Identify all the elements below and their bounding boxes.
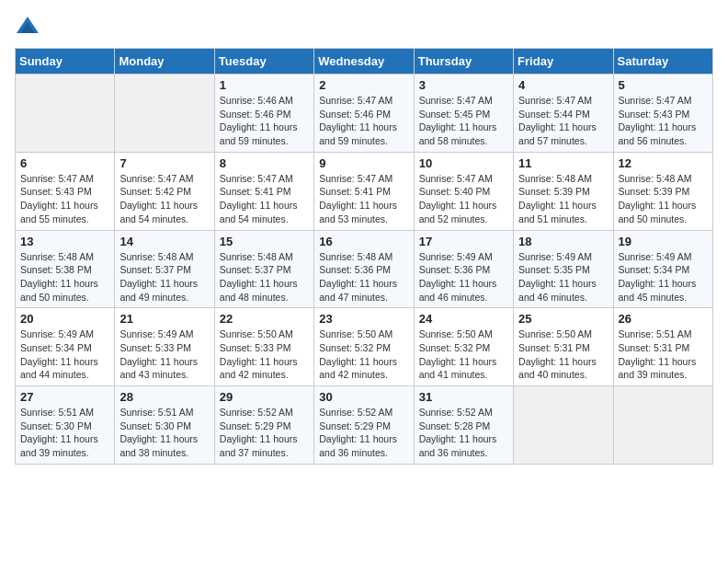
day-number: 7 [119,156,209,170]
calendar-cell: 19Sunrise: 5:49 AM Sunset: 5:34 PM Dayli… [613,230,712,308]
header-thursday: Thursday [414,49,513,75]
day-number: 6 [20,156,109,170]
day-info: Sunrise: 5:50 AM Sunset: 5:32 PM Dayligh… [419,327,508,382]
calendar-cell: 25Sunrise: 5:50 AM Sunset: 5:31 PM Dayli… [514,308,613,386]
calendar-cell: 17Sunrise: 5:49 AM Sunset: 5:36 PM Dayli… [414,230,513,308]
day-info: Sunrise: 5:47 AM Sunset: 5:46 PM Dayligh… [319,94,408,148]
calendar-cell: 6Sunrise: 5:47 AM Sunset: 5:43 PM Daylig… [16,152,115,230]
calendar-cell: 22Sunrise: 5:50 AM Sunset: 5:33 PM Dayli… [214,308,313,386]
day-number: 31 [419,390,508,404]
day-number: 3 [419,78,508,92]
day-number: 12 [619,156,708,170]
day-info: Sunrise: 5:50 AM Sunset: 5:31 PM Dayligh… [518,327,608,382]
day-info: Sunrise: 5:48 AM Sunset: 5:39 PM Dayligh… [619,172,708,226]
day-number: 30 [319,390,408,404]
day-number: 18 [518,235,608,248]
calendar-cell: 1Sunrise: 5:46 AM Sunset: 5:46 PM Daylig… [214,75,313,153]
day-info: Sunrise: 5:49 AM Sunset: 5:35 PM Dayligh… [518,250,608,304]
day-info: Sunrise: 5:47 AM Sunset: 5:40 PM Dayligh… [419,172,508,226]
day-number: 4 [518,78,608,92]
logo-icon [15,15,40,40]
calendar-cell [613,386,712,465]
day-info: Sunrise: 5:48 AM Sunset: 5:39 PM Dayligh… [518,172,608,226]
header-tuesday: Tuesday [214,49,313,75]
calendar-cell: 12Sunrise: 5:48 AM Sunset: 5:39 PM Dayli… [613,152,712,230]
day-info: Sunrise: 5:52 AM Sunset: 5:29 PM Dayligh… [319,406,408,460]
calendar-cell: 7Sunrise: 5:47 AM Sunset: 5:42 PM Daylig… [115,152,214,230]
calendar-cell: 9Sunrise: 5:47 AM Sunset: 5:41 PM Daylig… [314,152,414,230]
day-info: Sunrise: 5:48 AM Sunset: 5:37 PM Dayligh… [220,250,309,304]
day-number: 8 [220,156,309,170]
calendar-cell: 10Sunrise: 5:47 AM Sunset: 5:40 PM Dayli… [414,152,513,230]
day-info: Sunrise: 5:46 AM Sunset: 5:46 PM Dayligh… [220,94,309,148]
calendar-cell: 8Sunrise: 5:47 AM Sunset: 5:41 PM Daylig… [214,152,313,230]
day-info: Sunrise: 5:48 AM Sunset: 5:38 PM Dayligh… [20,250,109,304]
calendar-cell: 24Sunrise: 5:50 AM Sunset: 5:32 PM Dayli… [414,308,513,386]
calendar-cell: 26Sunrise: 5:51 AM Sunset: 5:31 PM Dayli… [613,308,712,386]
day-info: Sunrise: 5:47 AM Sunset: 5:41 PM Dayligh… [220,172,309,226]
calendar-cell: 30Sunrise: 5:52 AM Sunset: 5:29 PM Dayli… [314,386,414,465]
day-info: Sunrise: 5:47 AM Sunset: 5:41 PM Dayligh… [319,172,408,226]
day-info: Sunrise: 5:51 AM Sunset: 5:30 PM Dayligh… [20,406,109,460]
day-number: 14 [119,235,209,248]
calendar-cell: 29Sunrise: 5:52 AM Sunset: 5:29 PM Dayli… [214,386,313,465]
day-info: Sunrise: 5:47 AM Sunset: 5:43 PM Dayligh… [20,172,109,226]
day-info: Sunrise: 5:47 AM Sunset: 5:45 PM Dayligh… [419,94,508,148]
day-info: Sunrise: 5:47 AM Sunset: 5:44 PM Dayligh… [518,94,608,148]
logo [15,15,44,40]
day-number: 21 [119,312,209,326]
calendar-week-row: 6Sunrise: 5:47 AM Sunset: 5:43 PM Daylig… [16,152,713,230]
day-info: Sunrise: 5:48 AM Sunset: 5:36 PM Dayligh… [319,250,408,304]
day-number: 23 [319,312,408,326]
day-info: Sunrise: 5:51 AM Sunset: 5:30 PM Dayligh… [119,406,209,460]
calendar-table: SundayMondayTuesdayWednesdayThursdayFrid… [15,48,713,465]
calendar-cell: 2Sunrise: 5:47 AM Sunset: 5:46 PM Daylig… [314,75,414,153]
calendar-week-row: 27Sunrise: 5:51 AM Sunset: 5:30 PM Dayli… [16,386,713,465]
calendar-cell: 23Sunrise: 5:50 AM Sunset: 5:32 PM Dayli… [314,308,414,386]
day-number: 17 [419,235,508,248]
day-info: Sunrise: 5:47 AM Sunset: 5:42 PM Dayligh… [119,172,209,226]
calendar-cell: 3Sunrise: 5:47 AM Sunset: 5:45 PM Daylig… [414,75,513,153]
day-info: Sunrise: 5:48 AM Sunset: 5:37 PM Dayligh… [119,250,209,304]
day-info: Sunrise: 5:50 AM Sunset: 5:33 PM Dayligh… [220,327,309,382]
day-number: 2 [319,78,408,92]
day-number: 22 [220,312,309,326]
day-number: 26 [619,312,708,326]
day-number: 24 [419,312,508,326]
header-saturday: Saturday [613,49,712,75]
header-friday: Friday [514,49,613,75]
day-info: Sunrise: 5:49 AM Sunset: 5:36 PM Dayligh… [419,250,508,304]
calendar-week-row: 13Sunrise: 5:48 AM Sunset: 5:38 PM Dayli… [16,230,713,308]
calendar-cell: 11Sunrise: 5:48 AM Sunset: 5:39 PM Dayli… [514,152,613,230]
calendar-cell: 18Sunrise: 5:49 AM Sunset: 5:35 PM Dayli… [514,230,613,308]
day-number: 10 [419,156,508,170]
calendar-cell [16,75,115,153]
header-sunday: Sunday [16,49,115,75]
day-info: Sunrise: 5:52 AM Sunset: 5:29 PM Dayligh… [220,406,309,460]
header-monday: Monday [115,49,214,75]
calendar-cell: 28Sunrise: 5:51 AM Sunset: 5:30 PM Dayli… [115,386,214,465]
day-number: 5 [619,78,708,92]
calendar-week-row: 20Sunrise: 5:49 AM Sunset: 5:34 PM Dayli… [16,308,713,386]
day-number: 19 [619,235,708,248]
calendar-cell: 13Sunrise: 5:48 AM Sunset: 5:38 PM Dayli… [16,230,115,308]
calendar-cell: 21Sunrise: 5:49 AM Sunset: 5:33 PM Dayli… [115,308,214,386]
calendar-cell [115,75,214,153]
calendar-header-row: SundayMondayTuesdayWednesdayThursdayFrid… [16,49,713,75]
day-number: 20 [20,312,109,326]
day-info: Sunrise: 5:49 AM Sunset: 5:33 PM Dayligh… [119,327,209,382]
day-number: 13 [20,235,109,248]
calendar-week-row: 1Sunrise: 5:46 AM Sunset: 5:46 PM Daylig… [16,75,713,153]
calendar-cell: 15Sunrise: 5:48 AM Sunset: 5:37 PM Dayli… [214,230,313,308]
day-number: 11 [518,156,608,170]
day-info: Sunrise: 5:49 AM Sunset: 5:34 PM Dayligh… [20,327,109,382]
day-info: Sunrise: 5:49 AM Sunset: 5:34 PM Dayligh… [619,250,708,304]
calendar-cell: 31Sunrise: 5:52 AM Sunset: 5:28 PM Dayli… [414,386,513,465]
day-number: 25 [518,312,608,326]
day-number: 28 [119,390,209,404]
day-info: Sunrise: 5:50 AM Sunset: 5:32 PM Dayligh… [319,327,408,382]
calendar-cell [514,386,613,465]
calendar-cell: 4Sunrise: 5:47 AM Sunset: 5:44 PM Daylig… [514,75,613,153]
calendar-cell: 20Sunrise: 5:49 AM Sunset: 5:34 PM Dayli… [16,308,115,386]
day-info: Sunrise: 5:51 AM Sunset: 5:31 PM Dayligh… [619,327,708,382]
